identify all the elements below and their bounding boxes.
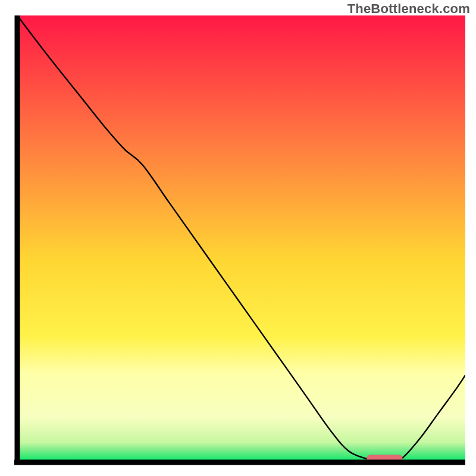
attribution-text: TheBottleneck.com	[347, 1, 470, 17]
chart-svg	[12, 15, 465, 467]
chart-plot	[12, 15, 465, 467]
chart-frame: TheBottleneck.com	[0, 0, 476, 476]
plot-background	[17, 15, 465, 462]
